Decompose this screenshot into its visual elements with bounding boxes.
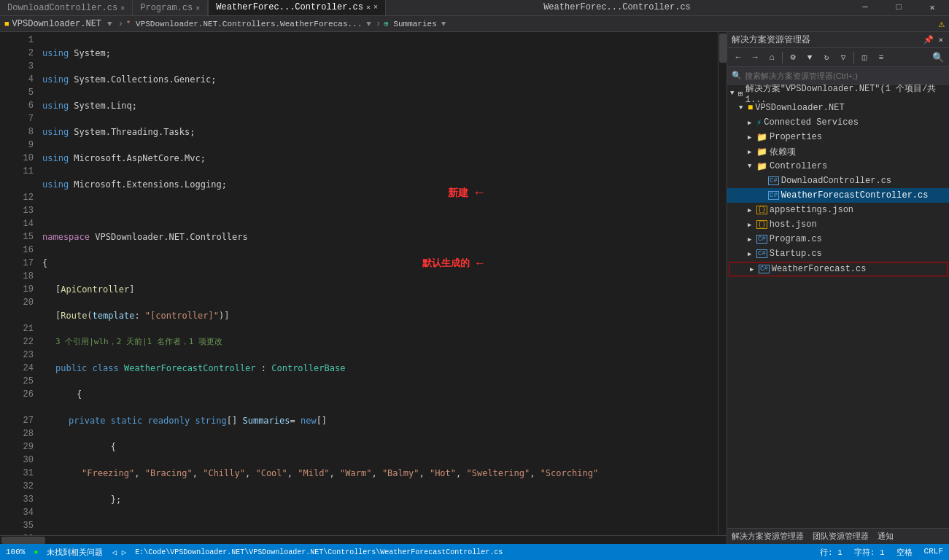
breadcrumb-class: ⊕ Summaries [384, 19, 437, 28]
status-encoding: CRLF [924, 547, 943, 558]
json-icon2: {} [756, 220, 767, 229]
code-line: }; [38, 493, 718, 506]
project-label: VPSDownloader.NET [12, 19, 101, 29]
code-line: [ApiController] [38, 283, 718, 296]
code-line: using System; [38, 47, 718, 60]
host-json-label: host.json [770, 219, 817, 230]
code-line: public class WeatherForecastController :… [38, 362, 718, 375]
properties-label: Properties [770, 132, 822, 142]
tab-pin-icon[interactable]: × [373, 4, 378, 12]
status-no-issues[interactable]: 未找到相关问题 [47, 547, 103, 558]
tab-weather-controller[interactable]: WeatherForec...Controller.cs ✕ × [208, 0, 386, 15]
se-dependencies[interactable]: ▶ 📁 依赖项 [727, 144, 949, 159]
se-search-bar[interactable]: 🔍 [727, 67, 949, 85]
code-line: { [38, 388, 718, 401]
tab-program[interactable]: Program.cs ✕ [133, 1, 208, 15]
window-minimize[interactable]: — [848, 0, 882, 15]
solution-label: 解决方案"VPSDownloader.NET"(1 个项目/共 1... [745, 85, 946, 105]
se-back-btn[interactable]: ← [730, 50, 746, 66]
se-controllers-folder[interactable]: ▼ 📁 Controllers [727, 159, 949, 174]
code-line: { [38, 257, 718, 270]
weather-forecast-label: WeatherForecast.cs [772, 264, 867, 274]
se-download-controller[interactable]: C# DownloadController.cs [727, 174, 949, 188]
warning-icon: ⚠ [939, 18, 945, 30]
se-properties[interactable]: ▶ 📁 Properties [727, 130, 949, 144]
program-label: Program.cs [770, 234, 822, 244]
appsettings-label: appsettings.json [770, 205, 853, 215]
tab-close-icon[interactable]: ✕ [195, 4, 200, 12]
code-line: using Microsoft.AspNetCore.Mvc; [38, 152, 718, 165]
se-tab-team[interactable]: 团队资源管理器 [813, 531, 869, 542]
se-weather-controller[interactable]: C# WeatherForecastController.cs [727, 188, 949, 203]
se-forward-btn[interactable]: → [747, 50, 763, 66]
se-refresh-btn[interactable]: ↻ [818, 50, 834, 66]
code-line: using System.Collections.Generic; [38, 73, 718, 86]
code-content[interactable]: using System; using System.Collections.G… [38, 32, 718, 535]
tab-label: DownloadController.cs [7, 3, 117, 13]
se-search-btn[interactable]: 🔍 [930, 50, 946, 66]
status-circle: ● [34, 548, 38, 556]
tab-label: Program.cs [140, 3, 193, 13]
se-close-btn[interactable]: ✕ [937, 35, 945, 44]
se-solution-item[interactable]: ▼ ⊞ 解决方案"VPSDownloader.NET"(1 个项目/共 1... [727, 86, 949, 101]
weather-controller-label: WeatherForecastController.cs [781, 190, 929, 201]
code-line [38, 204, 718, 217]
breadcrumb-arrow2: › [376, 19, 381, 29]
json-icon: {} [756, 206, 767, 214]
se-settings-btn[interactable]: ⚙ [785, 50, 801, 66]
cs-icon4: C# [756, 249, 767, 258]
se-showall-btn[interactable]: ≡ [873, 50, 889, 66]
vertical-scrollbar[interactable] [718, 32, 727, 535]
se-program[interactable]: ▶ C# Program.cs [727, 232, 949, 246]
window-maximize[interactable]: □ [882, 0, 915, 15]
project-label: VPSDownloader.NET [755, 103, 844, 113]
nav-arrows[interactable]: ◁ ▷ [112, 548, 126, 557]
code-line: using Microsoft.Extensions.Logging; [38, 178, 718, 191]
project-icon: ■ [748, 103, 753, 113]
se-preview-btn[interactable]: ◫ [856, 50, 872, 66]
code-line: [Route(template: "[controller]")] [38, 309, 718, 322]
se-appsettings[interactable]: ▶ {} appsettings.json [727, 203, 949, 217]
code-line: "Freezing", "Bracing", "Chilly", "Cool",… [38, 467, 718, 480]
dependencies-icon: 📁 [756, 147, 767, 158]
tab-download-controller[interactable]: DownloadController.cs ✕ [0, 1, 133, 15]
cs-icon3: C# [756, 235, 767, 244]
se-search-input[interactable] [745, 71, 945, 80]
se-collapse-btn[interactable]: ▼ [802, 50, 818, 66]
window-close[interactable]: ✕ [915, 0, 949, 15]
code-line: using System.Linq; [38, 99, 718, 112]
tab-label: WeatherForec...Controller.cs [216, 2, 363, 12]
connected-services-icon: ⚡ [756, 117, 762, 128]
download-controller-label: DownloadController.cs [781, 176, 891, 186]
se-weather-forecast[interactable]: ▶ C# WeatherForecast.cs [729, 262, 948, 276]
code-editor[interactable]: 1234567891011121314151617181920212223242… [0, 32, 727, 544]
horizontal-scrollbar[interactable] [0, 535, 727, 544]
se-tab-solution[interactable]: 解决方案资源管理器 [732, 531, 804, 542]
se-host-json[interactable]: ▶ {} host.json [727, 217, 949, 232]
cs-icon: C# [768, 191, 779, 200]
code-line: namespace VPSDownloader.NET.Controllers [38, 230, 718, 244]
file-path: E:\Code\VPSDownloader.NET\VPSDownloader.… [135, 548, 503, 556]
line-numbers: 1234567891011121314151617181920212223242… [10, 32, 38, 535]
se-startup[interactable]: ▶ C# Startup.cs [727, 246, 949, 261]
se-tab-notify[interactable]: 通知 [878, 531, 894, 542]
info-line: 3 个引用|wlh，2 天前|1 名作者，1 项更改 [38, 335, 718, 349]
controllers-icon: 📁 [756, 161, 767, 172]
se-sep2 [853, 52, 854, 63]
code-line: { [38, 440, 718, 454]
solution-explorer-panel: 解决方案资源管理器 📌 ✕ ← → ⌂ ⚙ ▼ ↻ ▽ ◫ ≡ [727, 32, 949, 544]
se-pin-btn[interactable]: 📌 [922, 35, 935, 44]
connected-services-label: Connected Services [764, 117, 859, 128]
se-toolbar: ← → ⌂ ⚙ ▼ ↻ ▽ ◫ ≡ 🔍 [727, 48, 949, 67]
se-filter-btn[interactable]: ▽ [835, 50, 851, 66]
code-line: private static readonly string[] Summari… [38, 414, 718, 427]
se-title-bar: 解决方案资源管理器 📌 ✕ [727, 32, 949, 48]
se-connected-services[interactable]: ▶ ⚡ Connected Services [727, 115, 949, 130]
tab-close-icon[interactable]: ✕ [366, 3, 371, 12]
zoom-level[interactable]: 100% [6, 548, 25, 556]
tab-close-icon[interactable]: ✕ [120, 4, 125, 12]
controllers-label: Controllers [770, 161, 827, 171]
cs-icon: C# [768, 176, 779, 185]
se-sep [782, 52, 783, 63]
se-home-btn[interactable]: ⌂ [764, 50, 780, 66]
